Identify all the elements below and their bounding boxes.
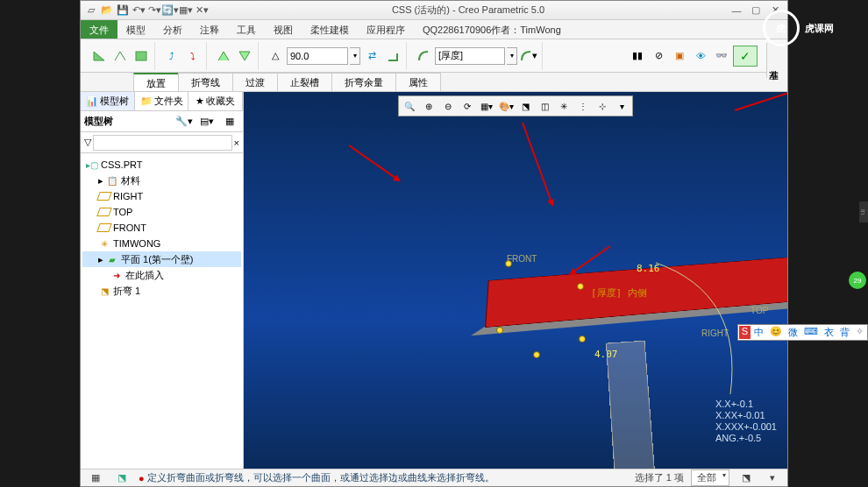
side2-icon[interactable] <box>235 46 254 66</box>
side-tab[interactable]: in <box>859 201 868 222</box>
quick-access-toolbar: ▱ 📂 💾 ↶▾ ↷▾ 🔄▾ ▦▾ ✕▾ <box>84 4 209 18</box>
subtab-transition[interactable]: 过渡 <box>232 73 278 91</box>
svg-rect-0 <box>136 52 146 60</box>
tree-tab-fav[interactable]: ★收藏夹 <box>189 92 243 110</box>
flip-icon[interactable]: ⤴ <box>162 46 181 66</box>
ime-toolbar[interactable]: S 中 😊 微 ⌨ 衣 背 ✧ <box>737 324 868 341</box>
subtab-placement[interactable]: 放置 <box>133 73 179 91</box>
status-icon-1[interactable]: ▦ <box>86 469 105 488</box>
tab-view[interactable]: 视图 <box>265 20 302 39</box>
maximize-button[interactable]: ▢ <box>747 4 765 18</box>
datum-point-icon[interactable]: ⋮ <box>574 98 592 114</box>
datum-plane-icon[interactable]: ◫ <box>536 98 553 114</box>
zoom-out-icon[interactable]: ⊖ <box>439 98 457 114</box>
pause-button[interactable]: ▮▮ <box>628 46 647 66</box>
radius-icon[interactable] <box>414 46 433 66</box>
drag-handle[interactable] <box>533 351 540 358</box>
drag-handle[interactable] <box>579 335 586 342</box>
flip-angle-icon[interactable]: ⇄ <box>362 46 381 66</box>
zoom-fit-icon[interactable]: 🔍 <box>401 98 418 114</box>
geom-filter-icon[interactable]: ⬔ <box>736 469 756 488</box>
tree-node-insert[interactable]: ➜在此插入 <box>82 267 241 283</box>
viewport[interactable]: 🔍 ⊕ ⊖ ⟳ ▦▾ 🎨▾ ⬔ ◫ ✳ ⋮ ⊹ ▾ FRONT TOP RIGH… <box>244 92 787 469</box>
open-icon[interactable]: 📂 <box>100 4 114 18</box>
no-preview-icon[interactable]: ⊘ <box>649 46 668 66</box>
tree-node-wall[interactable]: ▸▰平面 1(第一个壁) <box>82 251 241 267</box>
tree-layer-icon[interactable]: ▦ <box>220 112 239 131</box>
tree-node-csys[interactable]: ✳TIMWONG <box>82 236 241 251</box>
smart-filter-icon[interactable]: ▾ <box>763 469 782 488</box>
tab-apps[interactable]: 应用程序 <box>358 20 414 39</box>
new-icon[interactable]: ▱ <box>84 4 98 18</box>
status-message: ●定义折弯曲面或折弯线，可以选择一个曲面，或通过选择边或曲线来选择折弯线。 <box>139 471 494 484</box>
tree-filter-input[interactable] <box>93 135 232 151</box>
bend-edge-icon[interactable] <box>110 46 130 66</box>
depth-flip-icon[interactable]: ▾ <box>519 46 538 66</box>
verify-icon[interactable]: ▣ <box>670 46 689 66</box>
depth-dropdown[interactable]: ▾ <box>507 47 517 65</box>
tab-model[interactable]: 模型 <box>117 20 154 39</box>
drag-handle[interactable] <box>577 283 584 290</box>
filter-clear-icon[interactable]: × <box>234 138 239 148</box>
ok-button[interactable]: ✓ <box>733 46 758 67</box>
tree-node-top[interactable]: TOP <box>82 204 241 220</box>
notification-badge[interactable]: 29 <box>849 272 866 289</box>
tree-settings-icon[interactable]: 🔧▾ <box>174 112 194 131</box>
datum-csys-icon[interactable]: ⊹ <box>594 98 611 114</box>
angle-input[interactable] <box>287 47 348 65</box>
subtab-relief[interactable]: 止裂槽 <box>277 73 332 91</box>
tab-annotate[interactable]: 注释 <box>191 20 228 39</box>
close-button[interactable]: ✕ <box>766 4 784 18</box>
perspective-icon[interactable]: ⬔ <box>516 98 534 114</box>
angle-dropdown[interactable]: ▾ <box>350 47 360 65</box>
saved-views-icon[interactable]: 🎨▾ <box>497 98 515 114</box>
statusbar: ▦ ⬔ ●定义折弯曲面或折弯线，可以选择一个曲面，或通过选择边或曲线来选择折弯线… <box>81 469 787 486</box>
tree-node-bend[interactable]: ⬔折弯 1 <box>82 283 241 299</box>
depth-input[interactable] <box>435 47 505 65</box>
angle-side-icon[interactable] <box>383 46 402 66</box>
subtab-bendline[interactable]: 折弯线 <box>178 73 233 91</box>
feature-preview-icon[interactable]: 👁 <box>691 46 710 66</box>
bend-line-icon[interactable] <box>132 46 151 66</box>
selection-filter[interactable]: 全部 <box>691 469 729 486</box>
tree-tab-model[interactable]: 📊模型树 <box>81 92 135 110</box>
annotation-arrow <box>348 145 399 181</box>
annotation-icon[interactable]: ▾ <box>613 98 630 114</box>
zoom-in-icon[interactable]: ⊕ <box>420 98 438 114</box>
drag-handle[interactable] <box>496 327 503 334</box>
dimension-2[interactable]: 4.07 <box>594 349 618 360</box>
tab-flex[interactable]: 柔性建模 <box>302 20 358 39</box>
subtab-allowance[interactable]: 折弯余量 <box>331 73 396 91</box>
tab-author[interactable]: QQ2286170906作者：TimWong <box>414 20 570 39</box>
subtab-props[interactable]: 属性 <box>395 73 441 91</box>
tree-node-material[interactable]: ▸📋材料 <box>82 173 241 188</box>
side1-icon[interactable] <box>214 46 233 66</box>
filter-icon[interactable]: ▽ <box>84 137 91 148</box>
tab-tools[interactable]: 工具 <box>228 20 265 39</box>
bend-angle-icon[interactable] <box>89 46 109 66</box>
shade-icon[interactable]: ▦▾ <box>478 98 495 114</box>
direction-icon[interactable]: ⤵ <box>183 46 203 66</box>
tab-file[interactable]: 文件 <box>81 20 117 39</box>
windows-icon[interactable]: ▦▾ <box>179 4 193 18</box>
tree-node-right[interactable]: RIGHT <box>82 188 241 204</box>
tree-show-icon[interactable]: ▤▾ <box>197 112 217 131</box>
undo-icon[interactable]: ↶▾ <box>132 4 146 18</box>
view-toolbar: 🔍 ⊕ ⊖ ⟳ ▦▾ 🎨▾ ⬔ ◫ ✳ ⋮ ⊹ ▾ <box>398 95 633 116</box>
save-icon[interactable]: 💾 <box>116 4 130 18</box>
refit-icon[interactable]: ⟳ <box>459 98 476 114</box>
tree-node-front[interactable]: FRONT <box>82 220 241 236</box>
tree-root[interactable]: ▸▢CSS.PRT <box>82 157 241 173</box>
datum-side-label[interactable]: 基准 <box>766 43 787 78</box>
tree-body: ▸▢CSS.PRT ▸📋材料 RIGHT TOP FRONT ✳TIMWONG … <box>81 153 243 469</box>
status-icon-2[interactable]: ⬔ <box>112 469 132 488</box>
tree-tab-folder[interactable]: 📁文件夹 <box>135 92 189 110</box>
regen-icon[interactable]: 🔄▾ <box>163 4 177 18</box>
glasses-icon[interactable]: 👓 <box>712 46 731 66</box>
close-win-icon[interactable]: ✕▾ <box>195 4 209 18</box>
angle-type-icon[interactable]: △ <box>266 46 285 66</box>
redo-icon[interactable]: ↷▾ <box>147 4 161 18</box>
minimize-button[interactable]: — <box>728 4 745 18</box>
datum-axis-icon[interactable]: ✳ <box>555 98 573 114</box>
tab-analysis[interactable]: 分析 <box>154 20 191 39</box>
